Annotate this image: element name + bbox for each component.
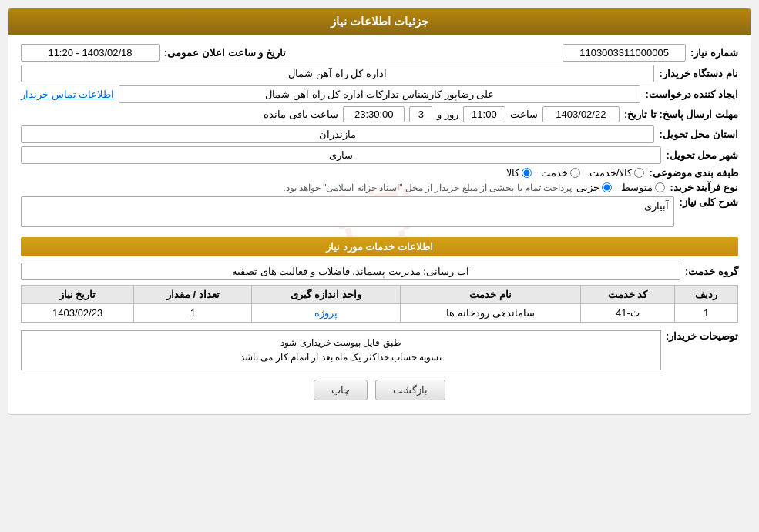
buyer-notes-line1: طبق فایل پیوست خریداری شود	[26, 336, 656, 350]
deadline-date: 1403/02/22	[542, 106, 620, 122]
group-label: گروه خدمت:	[685, 266, 738, 277]
col-name: نام خدمت	[401, 286, 581, 304]
deadline-time-label: ساعت	[510, 109, 538, 120]
back-button[interactable]: بازگشت	[375, 380, 445, 400]
buyer-notes-line2: تسویه حساب حداکثر یک ماه بعد از اتمام کا…	[26, 350, 656, 365]
cell-name: ساماندهی رودخانه ها	[401, 304, 581, 323]
cell-qty: 1	[134, 304, 252, 323]
province-value: مازندران	[21, 125, 654, 143]
need-number-value: 1103003311000005	[563, 44, 686, 62]
deadline-days: 3	[409, 106, 432, 122]
province-label: استان محل تحویل:	[659, 129, 738, 140]
buyer-notes-content: طبق فایل پیوست خریداری شود تسویه حساب حد…	[21, 330, 661, 370]
category-label: طبقه بندی موضوعی:	[649, 167, 738, 179]
category-option-kala[interactable]: کالا	[506, 167, 532, 179]
announcement-value: 1403/02/18 - 11:20	[21, 44, 160, 62]
need-description-textarea[interactable]	[21, 196, 674, 227]
cell-unit: پروژه	[252, 304, 401, 323]
need-number-label: شماره نیاز:	[690, 47, 738, 59]
deadline-label: مهلت ارسال پاسخ: تا تاریخ:	[624, 109, 738, 120]
cell-date: 1403/02/23	[22, 304, 134, 323]
creator-value: علی رضاپور کارشناس تدارکات اداره کل راه …	[119, 85, 640, 103]
print-button[interactable]: چاپ	[314, 380, 368, 400]
page-title: جزئیات اطلاعات نیاز	[8, 8, 751, 35]
purchase-type-radio-group: متوسط جزیی	[576, 182, 665, 193]
table-row: 1 ث-41 ساماندهی رودخانه ها پروژه 1 1403/…	[22, 304, 738, 323]
col-code: کد خدمت	[580, 286, 674, 304]
col-qty: تعداد / مقدار	[134, 286, 252, 304]
org-name-label: نام دستگاه خریدار:	[659, 68, 738, 79]
deadline-time: 11:00	[463, 106, 505, 122]
purchase-type-label: نوع فرآیند خرید:	[670, 182, 738, 193]
contact-link[interactable]: اطلاعات تماس خریدار	[21, 89, 114, 100]
category-option-khedmat[interactable]: خدمت	[541, 167, 580, 179]
city-label: شهر محل تحویل:	[666, 149, 738, 161]
col-date: تاریخ نیاز	[22, 286, 134, 304]
services-section-title: اطلاعات خدمات مورد نیاز	[21, 237, 738, 256]
category-option-both[interactable]: کالا/خدمت	[589, 167, 645, 179]
deadline-remaining-label: ساعت باقی مانده	[264, 109, 338, 120]
col-unit: واحد اندازه گیری	[252, 286, 401, 304]
need-description-label: شرح کلی نیاز:	[679, 196, 738, 208]
purchase-type-note: پرداخت تمام یا بخشی از مبلغ خریدار از مح…	[283, 182, 572, 193]
deadline-days-label: روز و	[437, 109, 458, 120]
col-row: ردیف	[675, 286, 738, 304]
org-name-value: اداره کل راه آهن شمال	[21, 65, 654, 82]
cell-code: ث-41	[580, 304, 674, 323]
cell-row: 1	[675, 304, 738, 323]
announcement-label: تاریخ و ساعت اعلان عمومی:	[164, 47, 286, 59]
group-value: آب رسانی؛ مدیریت پسماند، فاضلاب و فعالیت…	[21, 263, 680, 280]
category-radio-group: کالا/خدمت خدمت کالا	[506, 167, 645, 179]
buyer-notes-label: توصیحات خریدار:	[666, 330, 738, 342]
creator-label: ایجاد کننده درخواست:	[645, 89, 738, 100]
city-value: ساری	[21, 146, 661, 164]
deadline-remaining: 23:30:00	[343, 106, 405, 122]
services-table: ردیف کد خدمت نام خدمت واحد اندازه گیری ت…	[21, 285, 738, 323]
purchase-type-motavset[interactable]: متوسط	[621, 182, 665, 193]
purchase-type-jozei[interactable]: جزیی	[576, 182, 612, 193]
button-group: بازگشت چاپ	[21, 380, 738, 400]
